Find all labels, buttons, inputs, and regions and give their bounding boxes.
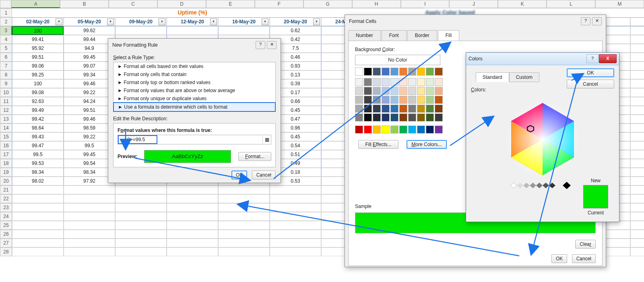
cell[interactable] <box>218 26 270 35</box>
cell[interactable] <box>12 247 64 256</box>
filter-icon[interactable]: ▼ <box>210 19 217 25</box>
color-swatch[interactable] <box>408 113 416 121</box>
cell[interactable]: 99.41 <box>12 35 64 44</box>
cell[interactable] <box>64 239 115 247</box>
cell[interactable] <box>630 212 644 221</box>
cell[interactable] <box>64 221 115 230</box>
color-swatch[interactable] <box>426 96 434 104</box>
color-swatch[interactable] <box>435 126 443 134</box>
cell[interactable] <box>630 115 644 124</box>
row-header[interactable]: 11 <box>0 97 12 106</box>
row-header[interactable]: 24 <box>0 212 12 221</box>
cell[interactable] <box>115 247 167 256</box>
cell[interactable]: 09-May-20▼ <box>115 17 167 26</box>
column-header[interactable]: B <box>60 0 109 8</box>
cell[interactable] <box>270 194 321 203</box>
cell[interactable]: 97.92 <box>64 177 115 185</box>
color-swatch[interactable] <box>390 96 398 104</box>
color-swatch[interactable] <box>426 126 434 134</box>
cell[interactable] <box>115 26 167 35</box>
cell[interactable]: 95.92 <box>12 44 64 53</box>
cell[interactable] <box>630 194 644 203</box>
cell[interactable]: 94.24 <box>64 97 115 106</box>
cell[interactable]: 16-May-20▼ <box>218 17 270 26</box>
color-swatch[interactable] <box>364 126 372 134</box>
row-header[interactable]: 6 <box>0 53 12 62</box>
cell[interactable] <box>630 168 644 177</box>
color-swatch[interactable] <box>364 113 372 121</box>
color-swatch[interactable] <box>355 87 363 95</box>
color-swatch[interactable] <box>417 126 425 134</box>
color-swatch[interactable] <box>399 87 407 95</box>
cell[interactable] <box>630 247 644 256</box>
cell[interactable]: 98.34 <box>64 168 115 177</box>
cell[interactable] <box>167 185 218 194</box>
cell[interactable] <box>12 194 64 203</box>
color-swatch[interactable] <box>399 78 407 86</box>
cell[interactable]: 05-May-20▼ <box>64 17 115 26</box>
row-header[interactable]: 8 <box>0 70 12 79</box>
row-header[interactable]: 13 <box>0 115 12 124</box>
cell[interactable]: 99.45 <box>64 53 115 62</box>
help-icon[interactable]: ? <box>586 54 599 63</box>
cell[interactable] <box>630 88 644 97</box>
color-swatch[interactable] <box>435 96 443 104</box>
color-swatch[interactable] <box>382 105 390 113</box>
color-swatch[interactable] <box>355 105 363 113</box>
cell[interactable] <box>218 185 270 194</box>
color-swatch[interactable] <box>417 105 425 113</box>
color-swatch[interactable] <box>382 113 390 121</box>
cell[interactable] <box>630 26 644 35</box>
cell[interactable] <box>630 185 644 194</box>
cell[interactable] <box>270 239 321 247</box>
cell[interactable] <box>167 203 218 212</box>
cell[interactable]: 99.46 <box>64 79 115 88</box>
color-swatch[interactable] <box>390 87 398 95</box>
ok-button[interactable]: OK <box>567 68 614 77</box>
color-swatch[interactable] <box>382 78 390 86</box>
cell[interactable]: 99.06 <box>12 62 64 70</box>
filter-icon[interactable]: ▼ <box>159 19 165 25</box>
tab-standard[interactable]: Standard <box>476 72 509 82</box>
cell[interactable] <box>218 247 270 256</box>
color-swatch[interactable] <box>408 105 416 113</box>
ok-button[interactable]: OK <box>231 171 247 179</box>
cell[interactable]: 99.22 <box>64 132 115 141</box>
color-swatch[interactable] <box>399 68 407 76</box>
column-header[interactable]: A <box>11 0 60 8</box>
ok-button[interactable]: OK <box>551 254 567 263</box>
help-icon[interactable]: ? <box>256 41 265 49</box>
cell[interactable] <box>12 185 64 194</box>
cell[interactable]: 99.54 <box>64 159 115 168</box>
color-swatch[interactable] <box>399 105 407 113</box>
tab-font[interactable]: Font <box>382 30 407 41</box>
color-swatch[interactable] <box>426 78 434 86</box>
column-header[interactable]: H <box>352 0 401 8</box>
color-swatch[interactable] <box>364 105 372 113</box>
cell[interactable] <box>115 212 167 221</box>
cell[interactable]: 92.63 <box>12 97 64 106</box>
cell[interactable] <box>270 8 321 17</box>
row-header[interactable]: 4 <box>0 35 12 44</box>
close-icon[interactable]: X <box>599 54 617 63</box>
fill-effects-button[interactable]: Fill Effects... <box>358 140 398 149</box>
cell[interactable] <box>630 53 644 62</box>
color-swatch[interactable] <box>373 87 381 95</box>
cell[interactable] <box>270 230 321 239</box>
row-header[interactable]: 2 <box>0 17 12 26</box>
row-header[interactable]: 1 <box>0 8 12 17</box>
cell[interactable] <box>630 203 644 212</box>
cell[interactable] <box>115 230 167 239</box>
color-swatch[interactable] <box>355 96 363 104</box>
cell[interactable] <box>630 141 644 150</box>
filter-icon[interactable]: ▼ <box>56 19 62 25</box>
cell[interactable] <box>12 239 64 247</box>
rule-type-option[interactable]: ► Format only values that are above or b… <box>114 86 275 95</box>
cell[interactable] <box>64 230 115 239</box>
cell[interactable] <box>115 194 167 203</box>
row-header[interactable]: 5 <box>0 44 12 53</box>
row-header[interactable]: 21 <box>0 185 12 194</box>
row-header[interactable]: 12 <box>0 106 12 115</box>
color-swatch[interactable] <box>426 68 434 76</box>
color-swatch[interactable] <box>373 96 381 104</box>
